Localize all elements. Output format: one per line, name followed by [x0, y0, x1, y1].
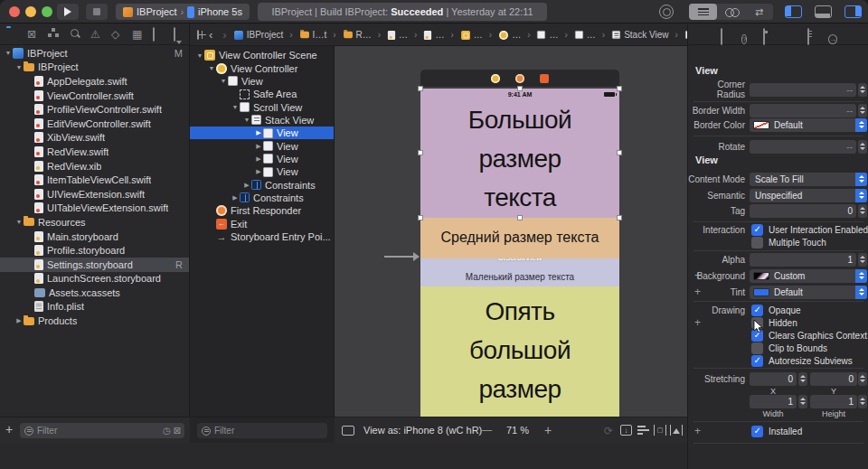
tree-row-file[interactable]: Main.storyboard: [0, 230, 189, 244]
report-navigator-tab[interactable]: [174, 28, 175, 41]
stepper-control[interactable]: [858, 83, 867, 97]
outline-row-entry-point[interactable]: →Storyboard Entry Poi...: [190, 230, 334, 243]
recent-files-icon[interactable]: ◷: [163, 426, 171, 436]
debug-navigator-tab[interactable]: ▦: [132, 28, 142, 41]
update-frames-button[interactable]: ⟳: [604, 425, 613, 437]
version-editor-button[interactable]: ⇄: [745, 4, 773, 20]
stretch-height-input[interactable]: 1: [810, 395, 857, 408]
border-color-popup[interactable]: Default: [750, 118, 867, 132]
selection-handle[interactable]: [517, 215, 523, 220]
breakpoint-navigator-tab[interactable]: [153, 28, 155, 41]
outline-row-view[interactable]: ▼View: [190, 75, 334, 88]
issue-navigator-tab[interactable]: ⚠: [90, 28, 100, 41]
toggle-debug-area-button[interactable]: [815, 5, 832, 18]
opaque-checkbox[interactable]: [751, 305, 763, 316]
stepper-control[interactable]: [858, 395, 867, 408]
disclosure-icon[interactable]: ▼: [219, 78, 228, 84]
navigator-filter-input[interactable]: Filter ◷⊠: [20, 423, 184, 438]
tree-row-file[interactable]: UIViewExtension.swift: [0, 187, 189, 202]
disclosure-icon[interactable]: ▶: [231, 194, 240, 202]
view-big-text-top[interactable]: 9:41 AM Большой размер текста: [420, 89, 619, 218]
zoom-out-button[interactable]: —: [482, 424, 492, 435]
storyboard-canvas[interactable]: 9:41 AM Большой размер текста Средний ра…: [335, 46, 687, 443]
stepper-control[interactable]: [858, 253, 867, 267]
run-button[interactable]: [57, 4, 79, 20]
stepper-control[interactable]: [858, 140, 867, 154]
alpha-input[interactable]: 1: [750, 253, 856, 267]
breadcrumb-item[interactable]: …: [460, 30, 483, 41]
disclosure-icon[interactable]: ▼: [4, 50, 13, 56]
tree-row-file[interactable]: Profile.storyboard: [0, 243, 189, 258]
tree-row-file-selected[interactable]: Settings.storyboardR: [0, 258, 189, 272]
fullscreen-window-button[interactable]: [42, 6, 52, 17]
help-inspector-tab[interactable]: ?: [741, 29, 747, 45]
outline-row-stack-view[interactable]: ▼Stack View: [190, 114, 334, 127]
stretch-x-input[interactable]: 0: [750, 372, 797, 386]
view-as-button[interactable]: View as: iPhone 8 (wC hR): [363, 425, 482, 436]
add-variation-button[interactable]: +: [694, 316, 701, 329]
autoresize-subviews-checkbox[interactable]: [751, 355, 763, 367]
selection-handle[interactable]: [617, 86, 622, 91]
device-configuration-icon[interactable]: [342, 426, 354, 436]
selection-handle[interactable]: [418, 150, 423, 155]
view-controller-dock-icon[interactable]: [491, 74, 500, 83]
background-popup[interactable]: Custom: [750, 269, 867, 283]
assistant-editor-button[interactable]: [717, 4, 745, 20]
stepper-control[interactable]: [798, 395, 807, 408]
disclosure-icon[interactable]: ▼: [14, 64, 24, 70]
outline-row-view[interactable]: ▶View: [190, 139, 334, 152]
outline-row-scene[interactable]: ▼View Controller Scene: [190, 49, 334, 61]
selection-handle[interactable]: [617, 150, 622, 155]
test-navigator-tab[interactable]: ◇: [111, 28, 119, 41]
breadcrumb-item[interactable]: …: [423, 30, 444, 41]
zoom-in-button[interactable]: +: [544, 423, 552, 437]
selection-handle[interactable]: [418, 215, 423, 220]
breadcrumb-item[interactable]: I…t: [299, 30, 327, 40]
tree-row-file[interactable]: ItemTableViewCell.swift: [0, 173, 189, 187]
tree-row-file[interactable]: RedView.swift: [0, 145, 189, 159]
clip-to-bounds-checkbox[interactable]: [751, 342, 763, 354]
standard-editor-button[interactable]: [689, 4, 717, 20]
breadcrumb-item[interactable]: R…: [343, 30, 372, 40]
stepper-control[interactable]: [858, 372, 867, 386]
toggle-inspectors-button[interactable]: [844, 5, 862, 18]
breadcrumb-item[interactable]: …: [498, 30, 521, 41]
semantic-popup[interactable]: Unspecified: [750, 189, 867, 202]
breadcrumb-item[interactable]: Stack View: [611, 30, 668, 40]
tree-row-group[interactable]: ▼IBProject: [0, 61, 189, 75]
first-responder-dock-icon[interactable]: [515, 74, 524, 83]
minimize-window-button[interactable]: [25, 6, 36, 17]
selection-handle[interactable]: [517, 86, 523, 91]
tree-row-file[interactable]: ProfileViewController.swift: [0, 102, 189, 117]
scm-filter-icon[interactable]: ⊠: [174, 426, 181, 436]
close-window-button[interactable]: [9, 6, 20, 17]
stretch-y-input[interactable]: 0: [810, 372, 857, 386]
stretch-width-input[interactable]: 1: [750, 395, 797, 408]
size-inspector-tab[interactable]: [807, 29, 809, 45]
disclosure-icon[interactable]: ▶: [254, 155, 263, 163]
back-button[interactable]: ‹: [209, 31, 212, 40]
corner-radius-input[interactable]: --: [750, 83, 856, 97]
tree-row-file[interactable]: LaunchScreen.storyboard: [0, 272, 189, 286]
disclosure-icon[interactable]: ▼: [195, 52, 204, 59]
add-file-button[interactable]: +: [5, 422, 13, 436]
outline-row-constraints[interactable]: ▶Constraints: [190, 178, 334, 191]
embed-in-button[interactable]: ↓: [620, 425, 632, 436]
outline-row-view[interactable]: ▶View: [190, 165, 334, 178]
breadcrumb-item[interactable]: …: [574, 30, 596, 40]
disclosure-icon[interactable]: ▶: [254, 143, 263, 150]
outline-row-exit[interactable]: ←Exit: [190, 217, 334, 230]
disclosure-icon[interactable]: ▼: [14, 219, 24, 225]
selection-handle[interactable]: [418, 86, 423, 91]
disclosure-icon[interactable]: ▼: [207, 65, 216, 71]
tree-row-project[interactable]: ▼IBProjectM: [0, 46, 189, 61]
connections-inspector-tab[interactable]: →: [828, 29, 837, 45]
source-control-navigator-tab[interactable]: ⊠: [27, 28, 36, 41]
content-mode-popup[interactable]: Scale To Fill: [750, 173, 867, 186]
tree-row-file[interactable]: ViewController.swift: [0, 89, 189, 103]
outline-row-view-selected[interactable]: ▶View: [190, 127, 334, 139]
stepper-control[interactable]: [858, 204, 867, 218]
tree-row-file[interactable]: Info.plist: [0, 300, 189, 314]
border-width-input[interactable]: --: [750, 104, 856, 117]
disclosure-icon[interactable]: ▶: [254, 129, 263, 136]
